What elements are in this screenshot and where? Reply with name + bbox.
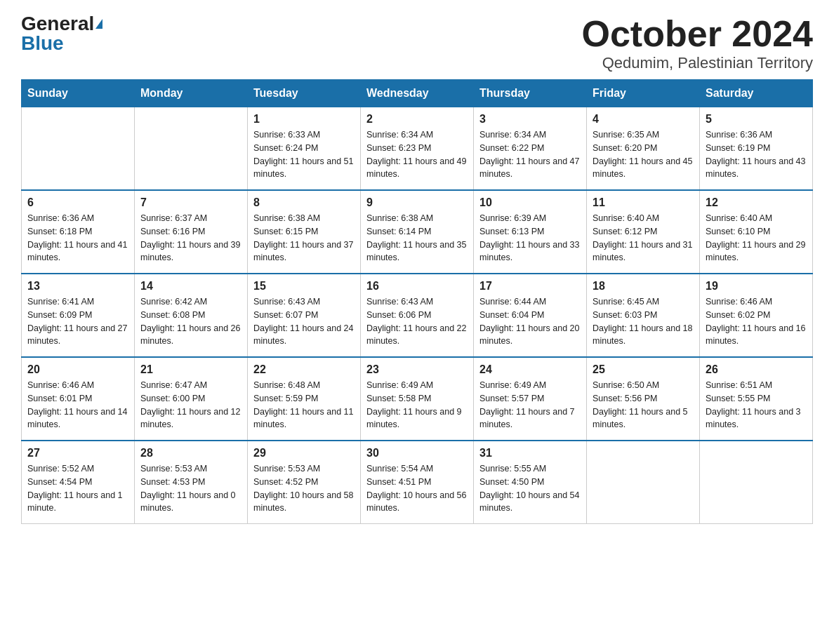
calendar-cell: 1Sunrise: 6:33 AMSunset: 6:24 PMDaylight… (248, 107, 361, 191)
day-number: 30 (366, 447, 468, 459)
day-number: 31 (479, 447, 581, 459)
day-info: Sunrise: 6:50 AMSunset: 5:56 PMDaylight:… (593, 379, 694, 431)
calendar-cell: 11Sunrise: 6:40 AMSunset: 6:12 PMDayligh… (587, 190, 700, 274)
day-info: Sunrise: 6:43 AMSunset: 6:07 PMDaylight:… (253, 295, 355, 348)
day-info: Sunrise: 6:46 AMSunset: 6:02 PMDaylight:… (706, 295, 807, 348)
day-info: Sunrise: 6:45 AMSunset: 6:03 PMDaylight:… (593, 295, 694, 348)
header-tuesday: Tuesday (248, 80, 361, 107)
day-info: Sunrise: 6:51 AMSunset: 5:55 PMDaylight:… (706, 379, 807, 431)
calendar-cell: 15Sunrise: 6:43 AMSunset: 6:07 PMDayligh… (248, 274, 361, 357)
header-thursday: Thursday (474, 80, 587, 107)
calendar-cell: 25Sunrise: 6:50 AMSunset: 5:56 PMDayligh… (587, 357, 700, 441)
day-number: 8 (253, 196, 355, 209)
header-wednesday: Wednesday (361, 80, 474, 107)
day-number: 12 (706, 196, 807, 209)
calendar-cell: 21Sunrise: 6:47 AMSunset: 6:00 PMDayligh… (135, 357, 248, 441)
page-header: General Blue October 2024 Qedumim, Pales… (21, 14, 813, 72)
calendar-cell: 28Sunrise: 5:53 AMSunset: 4:53 PMDayligh… (135, 441, 248, 524)
day-info: Sunrise: 6:41 AMSunset: 6:09 PMDaylight:… (27, 295, 128, 348)
calendar-table: SundayMondayTuesdayWednesdayThursdayFrid… (21, 79, 813, 524)
day-number: 6 (27, 196, 128, 209)
day-number: 1 (253, 113, 355, 126)
calendar-cell (587, 441, 700, 524)
calendar-cell: 4Sunrise: 6:35 AMSunset: 6:20 PMDaylight… (587, 107, 700, 191)
page-title: October 2024 (582, 14, 814, 54)
day-info: Sunrise: 6:49 AMSunset: 5:57 PMDaylight:… (479, 379, 581, 431)
day-info: Sunrise: 6:47 AMSunset: 6:00 PMDaylight:… (140, 379, 241, 431)
day-number: 19 (706, 280, 807, 293)
logo-general-text: General (21, 14, 94, 34)
day-number: 21 (140, 363, 241, 376)
calendar-cell: 8Sunrise: 6:38 AMSunset: 6:15 PMDaylight… (248, 190, 361, 274)
logo-blue-text: Blue (21, 34, 64, 53)
calendar-week-row: 27Sunrise: 5:52 AMSunset: 4:54 PMDayligh… (22, 441, 813, 524)
day-number: 18 (593, 280, 694, 293)
day-info: Sunrise: 5:53 AMSunset: 4:53 PMDaylight:… (140, 462, 241, 515)
day-info: Sunrise: 5:55 AMSunset: 4:50 PMDaylight:… (479, 462, 581, 515)
calendar-cell: 27Sunrise: 5:52 AMSunset: 4:54 PMDayligh… (22, 441, 135, 524)
calendar-header-row: SundayMondayTuesdayWednesdayThursdayFrid… (22, 80, 813, 107)
header-sunday: Sunday (22, 80, 135, 107)
day-number: 13 (27, 280, 128, 293)
day-info: Sunrise: 6:34 AMSunset: 6:22 PMDaylight:… (479, 128, 581, 181)
day-info: Sunrise: 6:43 AMSunset: 6:06 PMDaylight:… (366, 295, 468, 348)
calendar-cell (135, 107, 248, 191)
day-info: Sunrise: 6:40 AMSunset: 6:10 PMDaylight:… (706, 212, 807, 264)
day-info: Sunrise: 6:49 AMSunset: 5:58 PMDaylight:… (366, 379, 468, 431)
calendar-cell: 3Sunrise: 6:34 AMSunset: 6:22 PMDaylight… (474, 107, 587, 191)
day-info: Sunrise: 6:39 AMSunset: 6:13 PMDaylight:… (479, 212, 581, 264)
calendar-cell: 19Sunrise: 6:46 AMSunset: 6:02 PMDayligh… (700, 274, 813, 357)
day-info: Sunrise: 6:48 AMSunset: 5:59 PMDaylight:… (253, 379, 355, 431)
day-info: Sunrise: 6:42 AMSunset: 6:08 PMDaylight:… (140, 295, 241, 348)
calendar-cell: 6Sunrise: 6:36 AMSunset: 6:18 PMDaylight… (22, 190, 135, 274)
day-info: Sunrise: 5:53 AMSunset: 4:52 PMDaylight:… (253, 462, 355, 515)
day-number: 2 (366, 113, 468, 126)
calendar-week-row: 6Sunrise: 6:36 AMSunset: 6:18 PMDaylight… (22, 190, 813, 274)
calendar-week-row: 1Sunrise: 6:33 AMSunset: 6:24 PMDaylight… (22, 107, 813, 191)
header-saturday: Saturday (700, 80, 813, 107)
calendar-cell (22, 107, 135, 191)
day-info: Sunrise: 5:54 AMSunset: 4:51 PMDaylight:… (366, 462, 468, 515)
day-number: 5 (706, 113, 807, 126)
header-monday: Monday (135, 80, 248, 107)
header-friday: Friday (587, 80, 700, 107)
day-info: Sunrise: 6:34 AMSunset: 6:23 PMDaylight:… (366, 128, 468, 181)
day-number: 4 (593, 113, 694, 126)
calendar-cell: 9Sunrise: 6:38 AMSunset: 6:14 PMDaylight… (361, 190, 474, 274)
calendar-cell: 30Sunrise: 5:54 AMSunset: 4:51 PMDayligh… (361, 441, 474, 524)
calendar-cell (700, 441, 813, 524)
calendar-cell: 13Sunrise: 6:41 AMSunset: 6:09 PMDayligh… (22, 274, 135, 357)
day-number: 17 (479, 280, 581, 293)
day-info: Sunrise: 6:38 AMSunset: 6:14 PMDaylight:… (366, 212, 468, 264)
calendar-cell: 20Sunrise: 6:46 AMSunset: 6:01 PMDayligh… (22, 357, 135, 441)
day-number: 15 (253, 280, 355, 293)
day-number: 16 (366, 280, 468, 293)
day-info: Sunrise: 6:40 AMSunset: 6:12 PMDaylight:… (593, 212, 694, 264)
calendar-week-row: 13Sunrise: 6:41 AMSunset: 6:09 PMDayligh… (22, 274, 813, 357)
day-number: 26 (706, 363, 807, 376)
calendar-cell: 31Sunrise: 5:55 AMSunset: 4:50 PMDayligh… (474, 441, 587, 524)
calendar-cell: 17Sunrise: 6:44 AMSunset: 6:04 PMDayligh… (474, 274, 587, 357)
day-number: 28 (140, 447, 241, 459)
calendar-cell: 16Sunrise: 6:43 AMSunset: 6:06 PMDayligh… (361, 274, 474, 357)
day-info: Sunrise: 6:38 AMSunset: 6:15 PMDaylight:… (253, 212, 355, 264)
day-info: Sunrise: 6:36 AMSunset: 6:19 PMDaylight:… (706, 128, 807, 181)
day-number: 23 (366, 363, 468, 376)
calendar-cell: 26Sunrise: 6:51 AMSunset: 5:55 PMDayligh… (700, 357, 813, 441)
day-number: 11 (593, 196, 694, 209)
calendar-cell: 7Sunrise: 6:37 AMSunset: 6:16 PMDaylight… (135, 190, 248, 274)
day-number: 25 (593, 363, 694, 376)
day-number: 24 (479, 363, 581, 376)
logo-triangle-icon (95, 19, 102, 29)
calendar-cell: 12Sunrise: 6:40 AMSunset: 6:10 PMDayligh… (700, 190, 813, 274)
day-number: 10 (479, 196, 581, 209)
calendar-cell: 18Sunrise: 6:45 AMSunset: 6:03 PMDayligh… (587, 274, 700, 357)
day-info: Sunrise: 6:33 AMSunset: 6:24 PMDaylight:… (253, 128, 355, 181)
day-number: 9 (366, 196, 468, 209)
day-info: Sunrise: 6:44 AMSunset: 6:04 PMDaylight:… (479, 295, 581, 348)
day-info: Sunrise: 6:46 AMSunset: 6:01 PMDaylight:… (27, 379, 128, 431)
calendar-cell: 10Sunrise: 6:39 AMSunset: 6:13 PMDayligh… (474, 190, 587, 274)
day-number: 27 (27, 447, 128, 459)
day-info: Sunrise: 6:37 AMSunset: 6:16 PMDaylight:… (140, 212, 241, 264)
day-number: 3 (479, 113, 581, 126)
